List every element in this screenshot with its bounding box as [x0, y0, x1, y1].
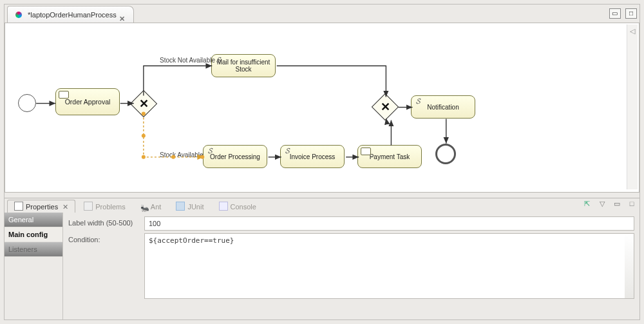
tab-junit[interactable]: JUnit [169, 200, 210, 213]
condition-input[interactable] [144, 233, 625, 299]
svg-point-1 [142, 134, 146, 138]
tab-label: Problems [95, 203, 125, 211]
svg-point-3 [171, 155, 175, 159]
junit-icon [176, 202, 185, 211]
label-width-input[interactable] [144, 216, 634, 231]
tab-console[interactable]: Console [213, 200, 263, 213]
label-width-caption: Label width (50-500) [68, 216, 144, 227]
minimize-prop-icon[interactable]: ▭ [612, 200, 622, 209]
close-tab-icon[interactable]: ✕ [119, 10, 128, 19]
tab-label: Ant [151, 203, 162, 211]
tab-properties[interactable]: Properties ✕ [7, 200, 75, 214]
svg-point-2 [142, 155, 146, 159]
minimize-view-icon[interactable]: ▭ [609, 8, 621, 19]
tab-ant[interactable]: 🐜Ant [134, 200, 168, 213]
tab-label: Properties [26, 203, 58, 211]
properties-category-list: General Main config Listeners [5, 213, 63, 319]
bpmn-icon [15, 12, 22, 18]
view-menu-icon[interactable]: ▽ [597, 200, 607, 209]
pin-view-icon[interactable]: ⇱ [582, 200, 592, 209]
properties-form: Label width (50-500) Condition: [63, 213, 639, 319]
problems-icon [84, 202, 93, 211]
editor-tabbar: *laptopOrderHumanProcess ✕ ▭ □ [5, 5, 639, 23]
views-tabbar: Properties ✕ Problems 🐜Ant JUnit Console… [5, 198, 639, 213]
tab-label: Console [231, 203, 256, 211]
svg-point-4 [200, 155, 204, 159]
condition-caption: Condition: [68, 233, 144, 243]
tab-problems[interactable]: Problems [77, 200, 131, 213]
properties-icon [14, 202, 23, 211]
maximize-prop-icon[interactable]: □ [627, 200, 637, 209]
maximize-view-icon[interactable]: □ [625, 8, 637, 19]
editor-tab-label: *laptopOrderHumanProcess [28, 11, 117, 19]
diagram-canvas[interactable]: ◁ Order Approval ✕ 𝓢 Mail for insufficie… [5, 23, 639, 193]
scrollbar[interactable] [625, 233, 634, 299]
category-general[interactable]: General [5, 213, 62, 227]
editor-tab[interactable]: *laptopOrderHumanProcess ✕ [7, 6, 134, 23]
console-icon [219, 202, 228, 211]
close-icon[interactable]: ✕ [62, 203, 68, 211]
category-listeners[interactable]: Listeners [5, 242, 62, 257]
bottom-views: Properties ✕ Problems 🐜Ant JUnit Console… [5, 198, 639, 319]
category-main-config[interactable]: Main config [5, 227, 62, 242]
tab-label: JUnit [187, 203, 204, 211]
svg-point-0 [142, 112, 146, 116]
